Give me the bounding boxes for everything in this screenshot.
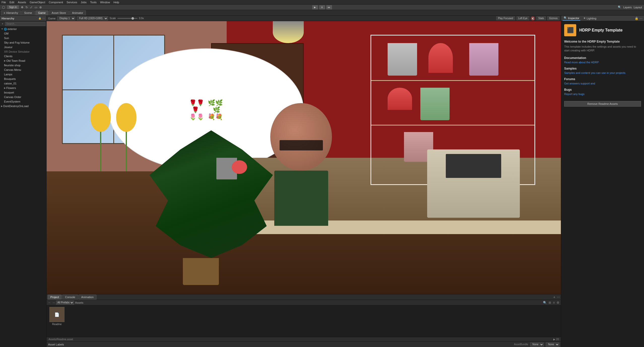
status-bar-bottom: Assets/Readme.asset ▶ 20 bbox=[47, 337, 561, 341]
tab-hierarchy[interactable]: ≡ Hierarchy bbox=[1, 10, 21, 15]
asset-item-readme[interactable]: 📄 Readme bbox=[48, 307, 66, 335]
search-icon[interactable]: 🔍 bbox=[618, 6, 621, 9]
hierarchy-add-btn[interactable]: + bbox=[1, 22, 4, 25]
layers-label[interactable]: Layers bbox=[623, 6, 632, 9]
tree-item-canvas-order[interactable]: Canvas Order bbox=[0, 95, 46, 99]
step-button[interactable]: ⏭ bbox=[326, 5, 332, 9]
tab-animator[interactable]: Animator bbox=[69, 10, 86, 15]
asset-labels-title: Asset Labels bbox=[48, 343, 64, 346]
tree-item-sun[interactable]: Sun bbox=[0, 36, 46, 40]
play-button[interactable]: ▶ bbox=[312, 5, 318, 9]
play-focused-btn[interactable]: Play Focused bbox=[496, 16, 515, 20]
game-toolbar-right: Play Focused Left Eye 🔇 Stats Gizmos bbox=[496, 16, 559, 20]
inspector-lock-icon[interactable]: 🔒 bbox=[635, 17, 638, 20]
tree-item-bouquet[interactable]: bouquet bbox=[0, 90, 46, 95]
char-body bbox=[274, 171, 328, 226]
tree-item-event-system[interactable]: EventSystem bbox=[0, 99, 46, 104]
asset-bundle-select[interactable]: None bbox=[530, 342, 544, 346]
tree-label-dont-destroy: DontDestroyOnLoad bbox=[3, 105, 28, 108]
hierarchy-lock-icon[interactable]: 🔒 bbox=[38, 17, 41, 20]
mute-icon[interactable]: 🔇 bbox=[531, 16, 535, 20]
project-list-icon[interactable]: ≡ bbox=[553, 301, 555, 304]
project-search-icon[interactable]: 🔍 bbox=[543, 301, 547, 304]
menu-help[interactable]: Help bbox=[114, 1, 119, 4]
tree-item-canvas-menu[interactable]: Canvas Menu bbox=[0, 68, 46, 72]
tree-item-gm[interactable]: GM bbox=[0, 31, 46, 36]
tab-project[interactable]: Project bbox=[48, 295, 62, 300]
inspector-menu-icon[interactable]: ⋯ bbox=[639, 17, 642, 20]
prefabs-filter-select[interactable]: All Prefabs bbox=[56, 301, 74, 305]
tree-item-exterior[interactable]: ▼ 🌐 exterior bbox=[0, 27, 46, 31]
rect-tool-icon[interactable]: ▭ bbox=[35, 6, 37, 9]
tree-item-lamps[interactable]: Lamps bbox=[0, 72, 46, 77]
asset-labels-bar: Asset Labels AssetBundle None None bbox=[47, 341, 561, 347]
left-eye-btn[interactable]: Left Eye bbox=[517, 16, 529, 20]
menu-window[interactable]: Window bbox=[100, 1, 110, 4]
hdrp-title: HDRP Empty Template bbox=[579, 28, 623, 33]
remove-readme-btn[interactable]: Remove Readme Assets bbox=[564, 101, 641, 107]
stats-btn[interactable]: Stats bbox=[536, 16, 546, 20]
tab-game-label: Game bbox=[38, 11, 46, 14]
pause-button[interactable]: ⏸ bbox=[319, 5, 325, 9]
move-tool-icon[interactable]: ✥ bbox=[21, 6, 23, 9]
tree-label-joueur: Joueur bbox=[4, 46, 13, 49]
project-settings-icon[interactable]: ⚙ bbox=[557, 301, 559, 304]
tree-item-bouquets[interactable]: Bouquets bbox=[0, 77, 46, 81]
hierarchy-menu-icon[interactable]: ⋯ bbox=[42, 17, 45, 20]
menu-tools[interactable]: Tools bbox=[90, 1, 97, 4]
tree-item-dont-destroy[interactable]: ▶ DontDestroyOnLoad bbox=[0, 104, 46, 108]
bottom-menu-icon[interactable]: ⋯ bbox=[557, 295, 560, 299]
forums-link[interactable]: Get answers support and bbox=[564, 82, 641, 85]
tree-item-flowers[interactable]: ▶ Flowers bbox=[0, 86, 46, 90]
tree-item-joueur[interactable]: Joueur bbox=[0, 45, 46, 49]
samples-link[interactable]: Samples and content you can use in your … bbox=[564, 71, 641, 74]
tab-lighting[interactable]: ☀ Lighting bbox=[582, 16, 597, 20]
tree-item-sky-fog[interactable]: Sky and Fog Volume bbox=[0, 40, 46, 45]
project-grid-icon[interactable]: ⊞ bbox=[549, 301, 551, 304]
tab-console[interactable]: Console bbox=[62, 295, 78, 300]
tab-asset-store[interactable]: Asset Store bbox=[49, 10, 69, 15]
tree-item-old-town-road[interactable]: ▶ Old Town Road bbox=[0, 58, 46, 63]
display-select[interactable]: Display 1 bbox=[57, 16, 75, 20]
menu-gameobject[interactable]: GameObject bbox=[30, 1, 45, 4]
tree-item-caisse[interactable]: caisse_01 bbox=[0, 81, 46, 86]
gizmos-btn[interactable]: Gizmos bbox=[547, 16, 559, 20]
transform-tool-icon[interactable]: ⊕ bbox=[39, 6, 42, 9]
tree-item-xr[interactable]: XR Device Simulator bbox=[0, 49, 46, 54]
rotate-tool-icon[interactable]: ↻ bbox=[25, 6, 28, 9]
documentation-link[interactable]: Read more about the HDRP bbox=[564, 61, 641, 64]
flower-red-1 bbox=[428, 43, 453, 73]
menu-component[interactable]: Component bbox=[49, 1, 63, 4]
tab-animation[interactable]: Animation bbox=[79, 295, 96, 300]
char-head bbox=[270, 103, 332, 171]
menu-bar: File Edit Assets GameObject Component Se… bbox=[0, 0, 644, 5]
menu-services[interactable]: Services bbox=[66, 1, 77, 4]
bottom-add-icon[interactable]: + bbox=[553, 295, 555, 299]
menu-file[interactable]: File bbox=[2, 1, 6, 4]
menu-edit[interactable]: Edit bbox=[10, 1, 14, 4]
menu-assets[interactable]: Assets bbox=[18, 1, 26, 4]
project-forward-btn[interactable]: → bbox=[52, 301, 55, 304]
tree-item-clients[interactable]: Clients bbox=[0, 54, 46, 58]
menu-jobs[interactable]: Jobs bbox=[81, 1, 87, 4]
resolution-select[interactable]: Full HD (1920×1080) bbox=[77, 16, 108, 20]
tree-item-fleuriste[interactable]: fleuriste shop bbox=[0, 63, 46, 68]
hierarchy-tree: ▼ 🌐 exterior GM Sun Sky and Fog Volume J… bbox=[0, 27, 46, 347]
hdrp-icon: ⬛ bbox=[564, 24, 576, 36]
tab-scene[interactable]: Scene bbox=[21, 10, 35, 15]
tab-game[interactable]: Game bbox=[35, 10, 48, 15]
asset-none-select[interactable]: None bbox=[546, 342, 559, 346]
sign-in-button[interactable]: Sign in bbox=[7, 5, 19, 9]
hierarchy-search-input[interactable] bbox=[5, 22, 45, 26]
scale-slider[interactable] bbox=[117, 18, 138, 19]
scale-tool-icon[interactable]: ⤢ bbox=[30, 6, 32, 9]
project-back-btn[interactable]: ← bbox=[48, 301, 51, 304]
pot-1 bbox=[388, 43, 417, 76]
tree-label-caisse: caisse_01 bbox=[4, 82, 17, 85]
inspector-documentation-section: Documentation Read more about the HDRP bbox=[564, 56, 641, 64]
bugs-link[interactable]: Report any bugs bbox=[564, 92, 641, 96]
asset-bundle-label: AssetBundle bbox=[514, 343, 528, 346]
tab-inspector[interactable]: 🔍 Inspector bbox=[563, 16, 580, 21]
layout-label[interactable]: Layout bbox=[634, 6, 642, 9]
asset-label-readme: Readme bbox=[52, 323, 62, 326]
